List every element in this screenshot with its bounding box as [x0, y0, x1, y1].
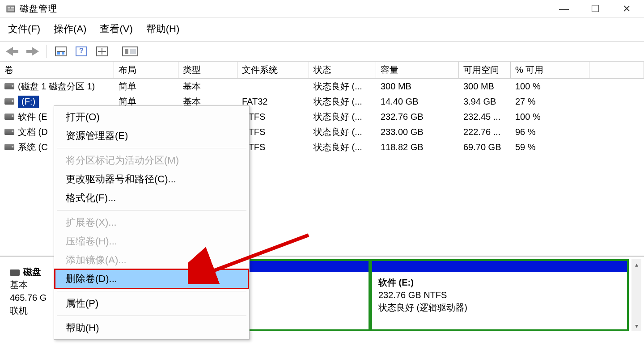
cm-open[interactable]: 打开(O) [55, 108, 248, 126]
col-status[interactable]: 状态 [309, 62, 376, 78]
grid-icon [96, 46, 108, 56]
drive-icon [4, 83, 14, 89]
partition-status: 状态良好 (逻辑驱动器) [378, 301, 621, 314]
cell-pct: 96 % [511, 127, 589, 137]
cell-volume: 文档 (D [18, 126, 48, 138]
toolbar-btn-4[interactable] [121, 43, 140, 59]
cell-cap: 14.40 GB [376, 97, 459, 107]
cell-status: 状态良好 (... [309, 126, 376, 138]
col-pct[interactable]: % 可用 [511, 62, 589, 78]
cell-status: 状态良好 (... [309, 80, 376, 93]
toolbar [0, 41, 644, 62]
cm-separator [57, 316, 246, 316]
cell-free: 69.70 GB [459, 142, 511, 152]
close-button[interactable]: ✕ [611, 0, 642, 17]
drive-icon [4, 98, 14, 105]
partition-size: 232.76 GB NTFS [378, 289, 621, 301]
volume-table-header: 卷 布局 类型 文件系统 状态 容量 可用空间 % 可用 [0, 62, 644, 79]
cm-separator [57, 210, 246, 210]
menu-file[interactable]: 文件(F) [8, 22, 40, 36]
partition-header [372, 261, 627, 272]
partition-block[interactable]: 软件 (E:) 232.76 GB NTFS 状态良好 (逻辑驱动器) [370, 259, 629, 331]
forward-button[interactable] [23, 43, 42, 59]
svg-rect-2 [11, 7, 14, 8]
menubar: 文件(F) 操作(A) 查看(V) 帮助(H) [0, 18, 644, 41]
cell-free: 222.76 ... [459, 127, 511, 137]
menu-help[interactable]: 帮助(H) [146, 22, 180, 36]
app-icon [6, 4, 15, 13]
cell-pct: 100 % [511, 112, 589, 122]
cell-status: 状态良好 (... [309, 96, 376, 108]
cm-add-mirror: 添加镜像(A)... [55, 251, 248, 269]
cell-cap: 232.76 GB [376, 112, 459, 122]
cm-delete-volume[interactable]: 删除卷(D)... [55, 269, 248, 288]
cell-volume: (磁盘 1 磁盘分区 1) [18, 80, 95, 93]
help-icon [76, 46, 87, 56]
toolbar-separator [116, 45, 116, 58]
cell-layout: 简单 [114, 80, 178, 93]
back-button[interactable] [3, 43, 21, 59]
window-title: 磁盘管理 [20, 3, 57, 15]
drive-icon [4, 129, 14, 135]
col-fs[interactable]: 文件系统 [237, 62, 309, 78]
col-volume[interactable]: 卷 [0, 62, 114, 78]
vertical-scrollbar[interactable]: ▴ ▾ [631, 259, 641, 331]
table-row[interactable]: (磁盘 1 磁盘分区 1) 简单 基本 状态良好 (... 300 MB 300… [0, 79, 644, 94]
cell-type: 基本 [178, 80, 237, 93]
cell-free: 232.45 ... [459, 112, 511, 122]
close-icon: ✕ [623, 3, 631, 15]
cm-separator [57, 148, 246, 148]
cm-properties[interactable]: 属性(P) [55, 294, 248, 313]
cm-change-letter[interactable]: 更改驱动器号和路径(C)... [55, 170, 248, 189]
cell-volume: 系统 (C [18, 141, 48, 153]
partition-title: 软件 (E:) [378, 276, 621, 289]
titlebar: 磁盘管理 — ☐ ✕ [0, 0, 644, 18]
cell-volume: (F:) [18, 96, 39, 108]
drive-icon [4, 114, 14, 120]
svg-rect-3 [8, 9, 14, 11]
cell-volume: 软件 (E [18, 111, 47, 123]
calendar-icon [55, 46, 67, 56]
window-controls: — ☐ ✕ [548, 0, 642, 17]
disk-icon [10, 269, 20, 276]
col-capacity[interactable]: 容量 [376, 62, 459, 78]
cm-help[interactable]: 帮助(H) [55, 319, 248, 337]
minimize-icon: — [559, 3, 569, 15]
cm-extend: 扩展卷(X)... [55, 213, 248, 232]
maximize-button[interactable]: ☐ [580, 0, 611, 17]
cell-status: 状态良好 (... [309, 141, 376, 153]
layout-icon [122, 46, 138, 56]
svg-rect-1 [8, 7, 10, 8]
cm-explorer[interactable]: 资源管理器(E) [55, 126, 248, 145]
col-type[interactable]: 类型 [178, 62, 237, 78]
arrow-left-icon [6, 47, 13, 56]
col-spacer [589, 62, 644, 78]
menu-action[interactable]: 操作(A) [54, 22, 86, 36]
cell-pct: 59 % [511, 142, 589, 152]
cell-free: 3.94 GB [459, 97, 511, 107]
toolbar-btn-3[interactable] [93, 43, 111, 59]
menu-view[interactable]: 查看(V) [100, 22, 132, 36]
cm-format[interactable]: 格式化(F)... [55, 189, 248, 207]
disk-label: 磁盘 [23, 267, 41, 277]
toolbar-separator [47, 45, 47, 58]
cell-free: 300 MB [459, 81, 511, 92]
cell-cap: 118.82 GB [376, 142, 459, 152]
minimize-button[interactable]: — [548, 0, 580, 17]
scroll-down-icon: ▾ [635, 320, 638, 331]
drive-icon [4, 144, 14, 150]
col-layout[interactable]: 布局 [114, 62, 178, 78]
cell-pct: 27 % [511, 97, 589, 107]
cell-pct: 100 % [511, 81, 589, 92]
col-free[interactable]: 可用空间 [459, 62, 511, 78]
cm-mark-active: 将分区标记为活动分区(M) [55, 151, 248, 170]
maximize-icon: ☐ [591, 3, 600, 15]
cell-cap: 300 MB [376, 81, 459, 92]
cell-status: 状态良好 (... [309, 111, 376, 123]
toolbar-btn-help[interactable] [72, 43, 91, 59]
scroll-up-icon: ▴ [635, 259, 638, 270]
context-menu: 打开(O) 资源管理器(E) 将分区标记为活动分区(M) 更改驱动器号和路径(C… [54, 105, 250, 340]
toolbar-btn-1[interactable] [51, 43, 70, 59]
arrow-right-icon [32, 47, 39, 56]
cell-cap: 233.00 GB [376, 127, 459, 137]
